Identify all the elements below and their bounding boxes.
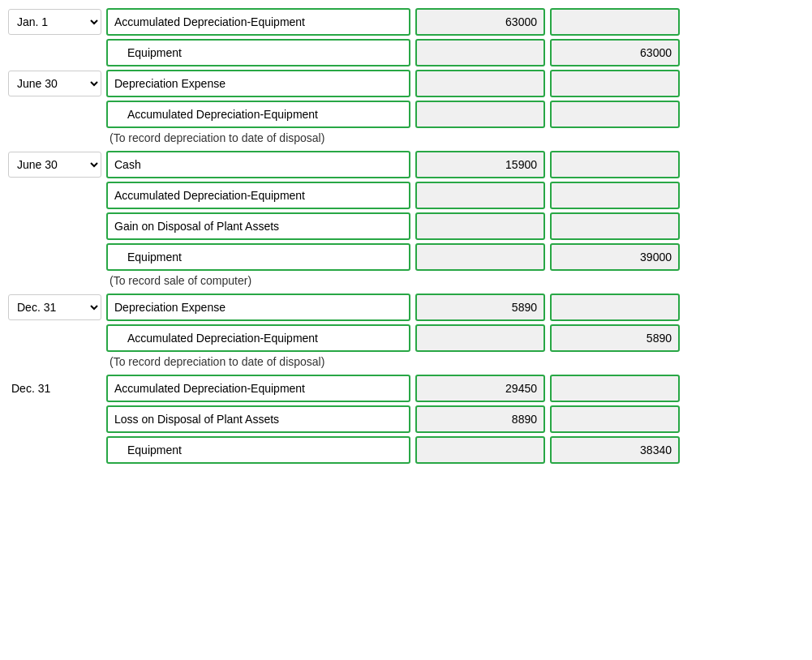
entry-row-june30-equip [8,243,804,271]
account-cell [106,294,410,321]
debit-cell [415,243,545,271]
account-input-june30-gain[interactable] [106,212,410,240]
date-cell-june30-sale[interactable]: Jan. 1 June 30 Dec. 31 [8,152,101,178]
credit-input-june30-gain[interactable] [550,212,680,240]
journal-container: Jan. 1 June 30 Dec. 31 [0,8,812,464]
credit-input-june30-cash[interactable] [550,151,680,178]
entry-row-june30-acc-dep [8,182,804,209]
account-input-dec31-dep-expense[interactable] [106,294,410,321]
credit-cell [550,212,680,240]
account-input-dec31-loss[interactable] [106,405,410,433]
date-select-june30-sale[interactable]: Jan. 1 June 30 Dec. 31 [8,152,101,178]
credit-cell [550,324,680,352]
entry-row-june30-dep-expense: Jan. 1 June 30 Dec. 31 [8,70,804,97]
account-input-jan1-equipment[interactable] [106,39,410,66]
debit-cell [415,151,545,178]
credit-cell [550,243,680,271]
account-input-june30-cash[interactable] [106,151,410,178]
credit-input-dec31-dep-expense[interactable] [550,294,680,321]
credit-input-dec31-acc-dep[interactable] [550,375,680,402]
account-cell [106,101,410,128]
credit-input-jan1-equipment[interactable] [550,39,680,66]
entry-group-june30-sale: Jan. 1 June 30 Dec. 31 [8,151,804,287]
account-cell [106,375,410,402]
credit-input-june30-dep-acc[interactable] [550,101,680,128]
account-input-june30-dep-expense[interactable] [106,70,410,97]
credit-cell [550,436,680,464]
debit-cell [415,405,545,433]
note-text-june30-dep: (To record depreciation to date of dispo… [106,131,324,144]
account-input-dec31-dep-acc[interactable] [106,324,410,352]
entry-row-dec31-dep-acc [8,324,804,352]
debit-input-dec31-dep-acc[interactable] [415,324,545,352]
date-label-dec31-loss: Dec. 31 [8,382,101,395]
debit-cell [415,375,545,402]
debit-input-june30-dep-expense[interactable] [415,70,545,97]
debit-input-june30-dep-acc[interactable] [415,101,545,128]
entry-group-june30-dep: Jan. 1 June 30 Dec. 31 [8,70,804,144]
credit-cell [550,375,680,402]
debit-input-june30-acc-dep[interactable] [415,182,545,209]
note-row-june30-dep: (To record depreciation to date of dispo… [8,131,804,144]
account-input-june30-equip[interactable] [106,243,410,271]
entry-row-june30-gain [8,212,804,240]
date-cell-june30-dep[interactable]: Jan. 1 June 30 Dec. 31 [8,71,101,96]
account-cell [106,70,410,97]
account-input-dec31-equip[interactable] [106,436,410,464]
account-cell [106,436,410,464]
debit-input-dec31-equip[interactable] [415,436,545,464]
credit-input-june30-dep-expense[interactable] [550,70,680,97]
debit-cell [415,101,545,128]
date-select-jan1[interactable]: Jan. 1 June 30 Dec. 31 [8,9,101,35]
date-select-dec31-dep[interactable]: Jan. 1 June 30 Dec. 31 [8,294,101,320]
credit-cell [550,39,680,66]
account-cell [106,39,410,66]
debit-input-june30-cash[interactable] [415,151,545,178]
credit-input-jan1-acc-dep[interactable] [550,8,680,36]
entry-group-jan1: Jan. 1 June 30 Dec. 31 [8,8,804,66]
debit-cell [415,324,545,352]
debit-input-jan1-acc-dep[interactable] [415,8,545,36]
debit-cell [415,182,545,209]
date-select-june30-dep[interactable]: Jan. 1 June 30 Dec. 31 [8,71,101,96]
debit-cell [415,39,545,66]
debit-input-dec31-dep-expense[interactable] [415,294,545,321]
debit-cell [415,8,545,36]
credit-input-dec31-equip[interactable] [550,436,680,464]
credit-cell [550,294,680,321]
debit-cell [415,436,545,464]
credit-input-june30-acc-dep[interactable] [550,182,680,209]
account-cell [106,182,410,209]
account-input-jan1-acc-dep[interactable] [106,8,410,36]
debit-input-jan1-equipment[interactable] [415,39,545,66]
date-cell-dec31-dep[interactable]: Jan. 1 June 30 Dec. 31 [8,294,101,320]
entry-row-jan1-equipment [8,39,804,66]
credit-input-dec31-loss[interactable] [550,405,680,433]
entry-group-dec31-dep: Jan. 1 June 30 Dec. 31 [8,294,804,368]
entry-row-june30-dep-acc [8,101,804,128]
account-input-dec31-acc-dep[interactable] [106,375,410,402]
note-text-dec31-dep: (To record depreciation to date of dispo… [106,355,324,368]
credit-input-june30-equip[interactable] [550,243,680,271]
account-cell [106,405,410,433]
debit-input-dec31-acc-dep[interactable] [415,375,545,402]
account-cell [106,243,410,271]
account-cell [106,151,410,178]
debit-cell [415,294,545,321]
date-cell-jan1[interactable]: Jan. 1 June 30 Dec. 31 [8,9,101,35]
entry-row-dec31-equip [8,436,804,464]
account-cell [106,212,410,240]
entry-group-dec31-loss: Dec. 31 [8,375,804,464]
entry-row-dec31-acc-dep: Dec. 31 [8,375,804,402]
debit-input-june30-equip[interactable] [415,243,545,271]
credit-cell [550,182,680,209]
credit-input-dec31-dep-acc[interactable] [550,324,680,352]
debit-input-dec31-loss[interactable] [415,405,545,433]
credit-cell [550,8,680,36]
credit-cell [550,405,680,433]
entry-row-june30-cash: Jan. 1 June 30 Dec. 31 [8,151,804,178]
debit-cell [415,212,545,240]
debit-input-june30-gain[interactable] [415,212,545,240]
account-input-june30-acc-dep[interactable] [106,182,410,209]
account-input-june30-dep-acc[interactable] [106,101,410,128]
